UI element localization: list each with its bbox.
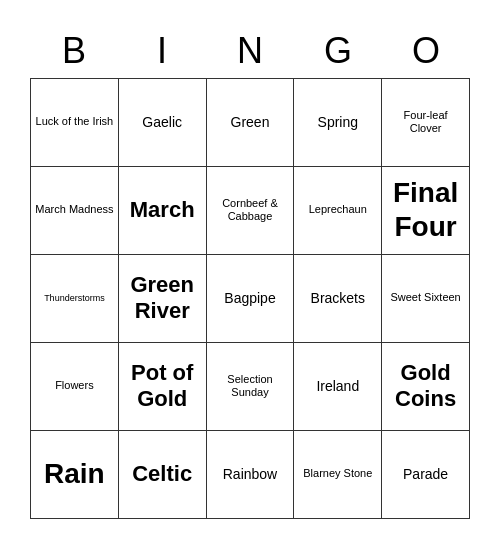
bingo-cell: Cornbeef & Cabbage (207, 167, 295, 255)
cell-label: Rain (44, 457, 105, 491)
bingo-cell: Parade (382, 431, 470, 519)
cell-label: Thunderstorms (44, 293, 105, 304)
header-letter: B (30, 26, 118, 76)
cell-label: Selection Sunday (211, 373, 290, 399)
cell-label: Luck of the Irish (36, 115, 114, 128)
cell-label: Leprechaun (309, 203, 367, 216)
bingo-cell: Flowers (31, 343, 119, 431)
cell-label: Celtic (132, 461, 192, 487)
bingo-cell: Green (207, 79, 295, 167)
cell-label: March (130, 197, 195, 223)
cell-label: Rainbow (223, 466, 277, 483)
bingo-cell: Bagpipe (207, 255, 295, 343)
cell-label: Gaelic (142, 114, 182, 131)
header-letter: G (294, 26, 382, 76)
bingo-cell: Rain (31, 431, 119, 519)
cell-label: Brackets (311, 290, 365, 307)
cell-label: Gold Coins (386, 360, 465, 413)
bingo-cell: Four-leaf Clover (382, 79, 470, 167)
header-letter: I (118, 26, 206, 76)
bingo-cell: Selection Sunday (207, 343, 295, 431)
cell-label: Four-leaf Clover (386, 109, 465, 135)
cell-label: Spring (318, 114, 358, 131)
bingo-cell: March (119, 167, 207, 255)
bingo-cell: Green River (119, 255, 207, 343)
bingo-cell: Thunderstorms (31, 255, 119, 343)
cell-label: Ireland (316, 378, 359, 395)
bingo-cell: Final Four (382, 167, 470, 255)
cell-label: Green (231, 114, 270, 131)
bingo-cell: Celtic (119, 431, 207, 519)
cell-label: March Madness (35, 203, 113, 216)
bingo-cell: Sweet Sixteen (382, 255, 470, 343)
bingo-cell: Blarney Stone (294, 431, 382, 519)
cell-label: Blarney Stone (303, 467, 372, 480)
bingo-card: BINGO Luck of the IrishGaelicGreenSpring… (20, 16, 480, 529)
cell-label: Sweet Sixteen (390, 291, 460, 304)
bingo-grid: Luck of the IrishGaelicGreenSpringFour-l… (30, 78, 470, 519)
cell-label: Final Four (386, 176, 465, 243)
cell-label: Bagpipe (224, 290, 275, 307)
bingo-header: BINGO (30, 26, 470, 76)
header-letter: N (206, 26, 294, 76)
bingo-cell: Ireland (294, 343, 382, 431)
cell-label: Pot of Gold (123, 360, 202, 413)
bingo-cell: Leprechaun (294, 167, 382, 255)
bingo-cell: March Madness (31, 167, 119, 255)
bingo-cell: Pot of Gold (119, 343, 207, 431)
bingo-cell: Brackets (294, 255, 382, 343)
bingo-cell: Gaelic (119, 79, 207, 167)
bingo-cell: Rainbow (207, 431, 295, 519)
header-letter: O (382, 26, 470, 76)
cell-label: Cornbeef & Cabbage (211, 197, 290, 223)
cell-label: Flowers (55, 379, 94, 392)
cell-label: Green River (123, 272, 202, 325)
bingo-cell: Gold Coins (382, 343, 470, 431)
bingo-cell: Spring (294, 79, 382, 167)
bingo-cell: Luck of the Irish (31, 79, 119, 167)
cell-label: Parade (403, 466, 448, 483)
